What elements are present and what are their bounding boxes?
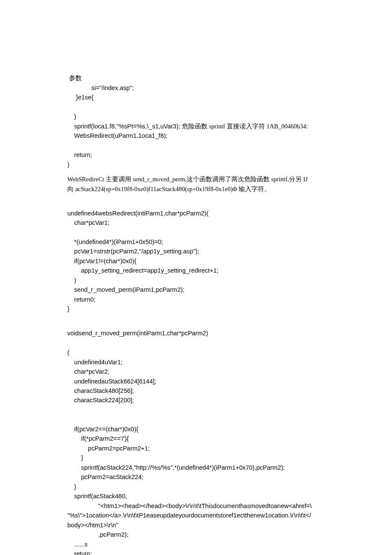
code-line: undefinedauStack6624[6144]; bbox=[67, 378, 156, 385]
code-line: pcParm2=acStack224; bbox=[67, 474, 144, 480]
code-line: voidsend_r_moved_perm(intiParm1,char*pcP… bbox=[67, 330, 208, 337]
code-line: *(undefined4*)(iParm1+0x50)=0; bbox=[67, 238, 163, 245]
text-line: 向 acStack224(sp+0x19f8-0xe0)f11acStack48… bbox=[67, 186, 271, 192]
code-line: ,pcParm2); bbox=[67, 531, 128, 538]
code-line: body></htm1>\r\n" bbox=[67, 522, 118, 529]
code-line: characStack224[200]; bbox=[67, 397, 134, 404]
code-line: ( bbox=[67, 349, 69, 356]
code-block-1: 参数 si="/index.asp"; }e1se{ } sprintf(loc… bbox=[67, 64, 334, 169]
code-line: ) bbox=[67, 277, 76, 284]
code-block-3: voidsend_r_moved_perm(intiParm1,char*pcP… bbox=[67, 319, 334, 555]
code-line: }e1se{ bbox=[67, 94, 93, 101]
code-line: if(pcVar1!=(char*)0x0){ bbox=[67, 258, 136, 264]
code-line: } bbox=[67, 113, 76, 120]
code-line: characStack480[256]; bbox=[67, 387, 134, 394]
code-line: app1y_setting_redirect=app1y_setting_red… bbox=[67, 267, 219, 274]
code-line: sprintf(loca1.f8,"%sPt=%s,\_s1,uVar3); 危… bbox=[67, 123, 308, 130]
code-line: } bbox=[67, 454, 83, 461]
code-line: undefined4websRedirect(intiParm1,char*pc… bbox=[67, 210, 208, 217]
code-line: return; bbox=[67, 151, 92, 158]
code-line: "%s\">1ocation</a>.\r\n\t\tP1easeupdatey… bbox=[67, 512, 311, 519]
code-block-2: undefined4websRedirect(intiParm1,char*pc… bbox=[67, 199, 334, 314]
code-line: sprintf(acStack480, bbox=[67, 493, 127, 500]
document-page: 参数 si="/index.asp"; }e1se{ } sprintf(loc… bbox=[0, 0, 392, 555]
code-line: char*pcVar2; bbox=[67, 368, 110, 375]
code-line: si="/index.asp"; bbox=[67, 84, 134, 91]
code-line: if(*pcParm2=='/'){ bbox=[67, 435, 129, 442]
code-line: if(pcVar2==(char*)0x0){ bbox=[67, 426, 138, 433]
code-line: return0; bbox=[67, 296, 95, 303]
spacer bbox=[67, 314, 334, 319]
code-line: ......s bbox=[67, 541, 88, 548]
code-line: 参数 bbox=[67, 75, 82, 81]
code-line: } bbox=[67, 483, 76, 490]
code-line: ) bbox=[67, 161, 69, 168]
code-line: char*pcVar1; bbox=[67, 219, 110, 226]
code-line: send_r_moved_perm(iParm1,pcParm2); bbox=[67, 286, 184, 293]
code-line: pcParm2=pcParm2+1; bbox=[67, 445, 150, 452]
code-line: return; bbox=[67, 550, 92, 555]
text-line: WebSRedireCt 主要调用 send_r_moved_perm,这个函数… bbox=[67, 176, 308, 183]
code-line: undefined4uVar1; bbox=[67, 359, 123, 366]
code-line: pcVar1=strstr(pcParm2,"/app1y_setting.as… bbox=[67, 248, 199, 255]
code-line: } bbox=[67, 305, 69, 312]
code-line: "<htm1><head></head><body>\r\n\t\tThisdo… bbox=[67, 503, 311, 509]
paragraph-1: WebSRedireCt 主要调用 send_r_moved_perm,这个函数… bbox=[67, 174, 334, 194]
code-line: WebsRedirect(uParm1,1oca1_f8); bbox=[67, 132, 167, 139]
code-line: sprintf(acStack224,"http://%s/%s",*(unde… bbox=[67, 464, 285, 471]
